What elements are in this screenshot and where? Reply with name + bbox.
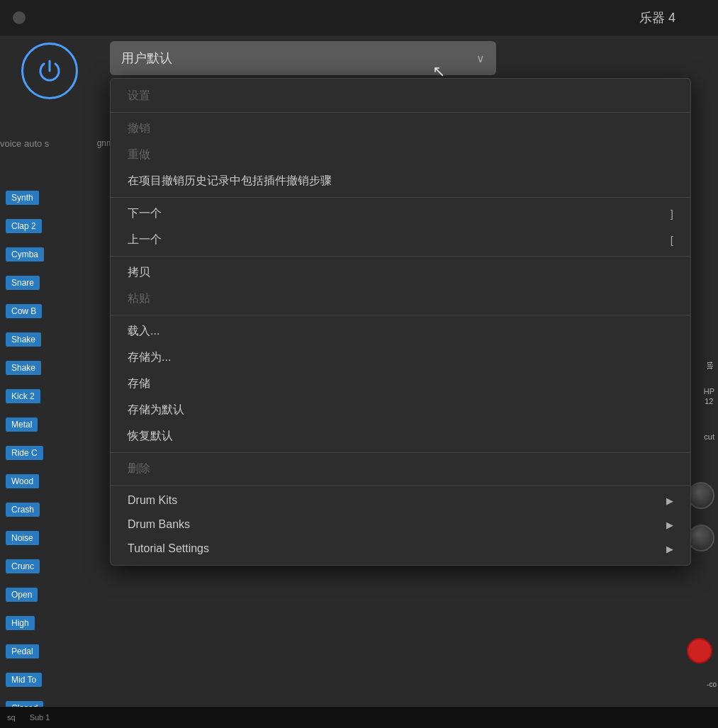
menu-item-tutorial_settings[interactable]: Tutorial Settings▶: [111, 537, 690, 561]
drum-list-item[interactable]: Pedal: [0, 638, 110, 665]
drum-item-label: Open: [6, 588, 38, 602]
bottom-tag-sub1: Sub 1: [30, 713, 50, 722]
menu-separator: [111, 315, 690, 315]
menu-item-next[interactable]: 下一个]: [111, 201, 690, 227]
drum-item-label: High: [6, 616, 35, 630]
co-label: -co: [707, 681, 717, 688]
menu-item-save_default[interactable]: 存储为默认: [111, 397, 690, 423]
drum-item-label: Ride C: [6, 446, 43, 460]
voice-auto-label: voice auto s gnm: [0, 138, 113, 149]
menu-item-label: 存储: [128, 376, 150, 391]
menu-item-save[interactable]: 存储: [111, 371, 690, 397]
menu-item-settings: 设置: [111, 83, 690, 109]
drum-item-label: Snare: [6, 276, 40, 290]
drum-list-item[interactable]: Crash: [0, 496, 110, 523]
menu-item-arrow-icon: ▶: [666, 495, 673, 506]
menu-item-label: Tutorial Settings: [128, 542, 209, 555]
drum-list-item[interactable]: Cymba: [0, 241, 110, 268]
drum-list-item[interactable]: Metal: [0, 411, 110, 438]
drum-list-item[interactable]: Crunc: [0, 553, 110, 580]
drum-item-label: Mid To: [6, 673, 42, 687]
drum-item-label: Cow B: [6, 304, 42, 318]
drum-list-item[interactable]: Open: [0, 581, 110, 608]
drum-item-label: Kick 2: [6, 389, 40, 403]
menu-item-prev[interactable]: 上一个[: [111, 227, 690, 253]
drum-item-label: Pedal: [6, 644, 39, 659]
menu-separator: [111, 452, 690, 453]
menu-separator: [111, 197, 690, 198]
context-menu: 设置撤销重做在项目撤销历史记录中包括插件撤销步骤下一个]上一个[拷贝粘贴载入..…: [110, 78, 691, 566]
hp-label: HP12: [704, 386, 714, 407]
menu-item-label: 拷贝: [128, 265, 150, 280]
drum-item-label: Crunc: [6, 559, 40, 573]
drum-item-label: Wood: [6, 474, 39, 488]
menu-item-copy[interactable]: 拷贝: [111, 259, 690, 286]
menu-item-arrow-icon: ▶: [666, 520, 673, 530]
drum-item-label: Cymba: [6, 247, 44, 262]
cut-label: cut: [704, 432, 714, 441]
knob-2[interactable]: [688, 525, 714, 551]
menu-item-label: 上一个: [128, 233, 162, 247]
traffic-light-close[interactable]: [13, 11, 26, 24]
menu-item-shortcut: ]: [671, 208, 673, 220]
menu-item-label: Drum Kits: [128, 494, 177, 507]
drum-item-label: Synth: [6, 191, 39, 205]
drum-item-label: Clap 2: [6, 219, 42, 233]
drum-list-item[interactable]: Cow B: [0, 298, 110, 325]
menu-item-label: 设置: [128, 89, 150, 103]
drum-item-label: Noise: [6, 531, 39, 545]
menu-item-label: 删除: [128, 461, 150, 476]
menu-item-label: 在项目撤销历史记录中包括插件撤销步骤: [128, 174, 332, 189]
drum-list-item[interactable]: Wood: [0, 468, 110, 495]
drum-list: SynthClap 2CymbaSnareCow BShakeShakeKick…: [0, 184, 110, 728]
drum-list-item[interactable]: Clap 2: [0, 213, 110, 240]
drum-list-item[interactable]: Snare: [0, 269, 110, 296]
menu-item-redo: 重做: [111, 142, 690, 168]
menu-item-label: 粘贴: [128, 291, 150, 306]
drum-list-item[interactable]: Kick 2: [0, 383, 110, 410]
dropdown-arrow-icon: ∨: [476, 52, 485, 65]
menu-item-restore_default[interactable]: 恢复默认: [111, 423, 690, 449]
drum-list-item[interactable]: High: [0, 610, 110, 637]
drum-list-item[interactable]: Synth: [0, 184, 110, 211]
menu-item-label: 恢复默认: [128, 429, 173, 444]
drum-item-label: Shake: [6, 361, 41, 375]
menu-item-label: 撤销: [128, 121, 150, 136]
menu-item-undo: 撤销: [111, 116, 690, 142]
menu-item-label: 载入...: [128, 324, 159, 339]
drum-item-label: Shake: [6, 332, 41, 347]
menu-item-drum_kits[interactable]: Drum Kits▶: [111, 488, 690, 513]
drum-item-label: Metal: [6, 418, 38, 432]
menu-item-label: Drum Banks: [128, 518, 190, 531]
menu-item-delete: 删除: [111, 456, 690, 482]
preset-dropdown[interactable]: 用户默认 ∨: [110, 41, 496, 75]
menu-item-drum_banks[interactable]: Drum Banks▶: [111, 513, 690, 537]
menu-item-load[interactable]: 载入...: [111, 318, 690, 345]
drum-list-item[interactable]: Shake: [0, 354, 110, 381]
menu-item-arrow-icon: ▶: [666, 544, 673, 554]
tilt-label: tilt: [706, 362, 714, 369]
power-icon: [35, 57, 64, 85]
power-button[interactable]: [21, 43, 78, 99]
drum-list-item[interactable]: Ride C: [0, 439, 110, 466]
drum-list-item[interactable]: Noise: [0, 525, 110, 551]
menu-item-label: 存储为默认: [128, 403, 184, 418]
menu-item-save_as[interactable]: 存储为...: [111, 345, 690, 371]
menu-item-label: 下一个: [128, 206, 162, 221]
drum-item-label: Crash: [6, 503, 40, 517]
red-button[interactable]: [687, 638, 712, 663]
top-bar: 乐器 4: [0, 0, 718, 35]
preset-value: 用户默认: [121, 50, 172, 67]
instrument-title: 乐器 4: [639, 9, 675, 26]
menu-item-shortcut: [: [671, 234, 673, 246]
menu-item-label: 存储为...: [128, 350, 171, 365]
menu-separator: [111, 112, 690, 113]
bottom-tag-sq: sq: [7, 713, 16, 722]
menu-item-include_undo[interactable]: 在项目撤销历史记录中包括插件撤销步骤: [111, 168, 690, 194]
knob-1[interactable]: [688, 482, 714, 509]
drum-list-item[interactable]: Shake: [0, 326, 110, 353]
drum-list-item[interactable]: Mid To: [0, 666, 110, 693]
menu-separator: [111, 256, 690, 257]
menu-item-paste: 粘贴: [111, 286, 690, 312]
menu-item-label: 重做: [128, 147, 150, 162]
